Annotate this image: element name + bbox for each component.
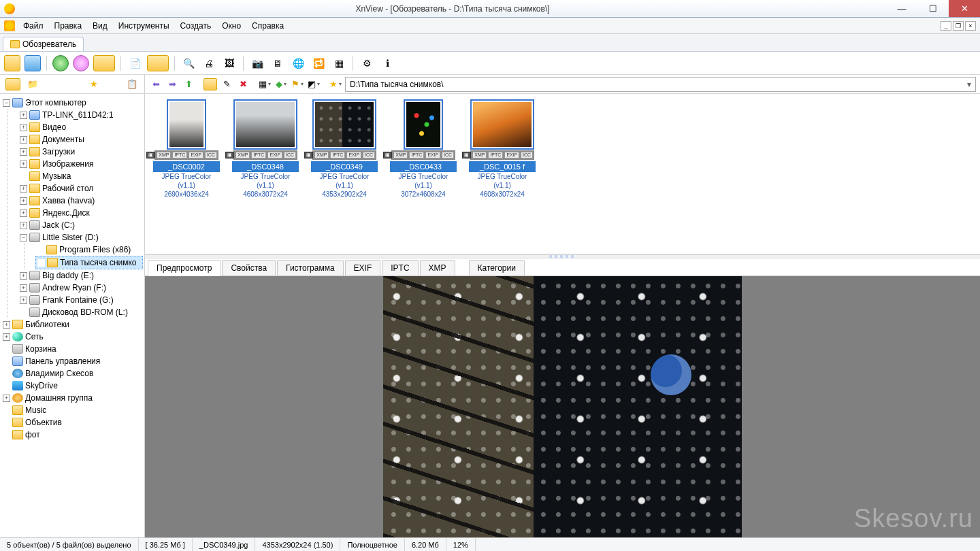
print-button[interactable]: 🖨 [201,55,217,71]
find-button[interactable]: 🔍 [180,55,197,71]
refresh-all-button[interactable] [73,55,89,71]
thumbnail[interactable]: ▣XMPIPTCEXIFICC_DSC0348JPEG TrueColor (v… [232,99,299,199]
tree-control-panel[interactable]: Панель управления [25,355,100,367]
thumbnail[interactable]: ▣XMPIPTCEXIFICC_DSC0349JPEG TrueColor (v… [311,99,378,199]
tree-item[interactable]: Program Files (x86) [59,244,131,256]
preview-tab[interactable]: Категории [469,260,525,276]
thumbnail-grid[interactable]: ▣XMPIPTCEXIFICC_DSC0002JPEG TrueColor (v… [145,94,980,254]
view-mode-button[interactable]: ▦ [258,78,272,91]
tree-drive-c[interactable]: Jack (C:) [42,219,75,231]
mdi-minimize[interactable]: _ [941,21,951,31]
rename-button[interactable]: ✎ [220,78,233,91]
status-zoom: 12% [446,538,476,551]
tree-bin[interactable]: Корзина [25,343,56,355]
slideshow-button[interactable]: 🖼 [221,55,238,71]
maximize-button[interactable]: ☐ [917,0,949,17]
tree-item[interactable]: Объектив [25,416,62,429]
thumbnail[interactable]: ▣XMPIPTCEXIFICC_DSC_0015 fJPEG TrueColor… [469,99,536,199]
window-title: XnView - [Обозреватель - D:\Типа тысяча … [19,4,886,14]
preview-tab[interactable]: Предпросмотр [148,260,220,276]
status-total: [ 36.25 Мб ] [139,538,193,551]
menu-edit[interactable]: Правка [49,19,88,33]
tab-label: Обозреватель [22,39,76,49]
thumbnail[interactable]: ▣XMPIPTCEXIFICC_DSC0002JPEG TrueColor (v… [153,99,220,199]
tree-item[interactable]: Видео [42,121,66,133]
convert-button[interactable]: 🔁 [310,55,327,71]
nav-forward-button[interactable]: ➡ [165,78,179,91]
web-button[interactable]: 🌐 [290,55,306,71]
tree-drive-d[interactable]: Little Sister (D:) [42,231,99,244]
secondary-toolbar: 📁 ★ 📋 ⬅ ➡ ⬆ ✎ ✖ ▦ ◆ ⚑ ◩ ★ D:\Типа тысяча… [0,75,980,94]
thumbnail[interactable]: ▣XMPIPTCEXIFICC_DSC0433JPEG TrueColor (v… [390,99,457,199]
tree-drive-g[interactable]: Frank Fontaine (G:) [42,294,114,306]
tree-drive-bd[interactable]: Дисковод BD-ROM (L:) [42,306,128,318]
nav-back-button[interactable]: ⬅ [149,78,163,91]
tree-item[interactable]: Документы [42,133,84,146]
tree-skydrive[interactable]: SkyDrive [25,380,58,392]
tree-libraries[interactable]: Библиотеки [25,318,69,331]
dropdown-icon[interactable]: ▾ [967,80,971,89]
favorites-button[interactable]: ★ [329,78,342,91]
tree-item-selected[interactable]: Типа тысяча снимко [60,256,137,269]
info-button[interactable]: ℹ [379,55,395,71]
layout-button[interactable]: ◩ [307,78,321,91]
paste-button[interactable] [147,55,169,71]
tree-item[interactable]: фот [25,429,40,441]
scan-button[interactable]: 🖥 [270,55,286,71]
grid-button[interactable]: ▦ [331,55,347,71]
categories-button[interactable]: 📋 [125,78,139,91]
main-area: −Этот компьютер +TP-LINK_611D42:1 +Видео… [0,94,980,537]
new-folder-button[interactable] [203,78,217,90]
menu-view[interactable]: Вид [87,19,113,33]
folder-icon [10,40,20,48]
status-color: Полноцветное [340,538,405,551]
capture-button[interactable]: 📷 [249,55,265,71]
refresh-button[interactable] [52,55,69,71]
fav-folders-icon[interactable]: 📁 [26,78,39,91]
tree-user[interactable]: Владимир Скесов [25,367,93,380]
tree-item[interactable]: Яндекс.Диск [42,207,90,219]
tree-root[interactable]: Этот компьютер [25,97,86,109]
path-input[interactable]: D:\Типа тысяча снимков\ ▾ [345,77,976,92]
tree-item[interactable]: Рабочий стол [42,182,93,195]
tree-item[interactable]: TP-LINK_611D42:1 [42,109,114,121]
preview-tab[interactable]: XMP [420,260,455,276]
settings-button[interactable]: ⚙ [359,55,375,71]
minimize-button[interactable]: — [886,0,917,17]
menu-create[interactable]: Создать [175,19,217,33]
menu-file[interactable]: Файл [18,19,49,33]
tree-network[interactable]: Сеть [25,331,44,343]
preview-tab[interactable]: IPTC [382,260,418,276]
menu-tools[interactable]: Инструменты [113,19,175,33]
tree-drive-f[interactable]: Andrew Ryan (F:) [42,282,106,294]
preview-tab[interactable]: EXIF [345,260,381,276]
fav-folder-button[interactable] [5,78,20,90]
mdi-close[interactable]: × [965,21,976,31]
sort-button[interactable]: ◆ [274,78,288,91]
tree-item[interactable]: Music [25,404,46,416]
copy-button[interactable]: 📄 [127,55,143,71]
tab-browser[interactable]: Обозреватель [3,37,84,51]
delete-button[interactable]: ✖ [236,78,250,91]
tree-drive-e[interactable]: Big daddy (E:) [42,269,94,282]
app-menu-icon [4,20,15,31]
tree-item[interactable]: Музыка [42,170,71,182]
filter-button[interactable]: ⚑ [291,78,304,91]
menu-window[interactable]: Окно [216,19,246,33]
favorite-add-button[interactable]: ★ [87,78,101,91]
nav-up-button[interactable]: ⬆ [182,78,195,91]
open-button[interactable] [4,55,20,71]
path-text: D:\Типа тысяча снимков\ [350,80,444,89]
save-button[interactable] [24,55,41,71]
tree-homegroup[interactable]: Домашняя группа [25,392,93,404]
close-button[interactable]: ✕ [949,0,980,17]
menu-help[interactable]: Справка [246,19,289,33]
folder-tree[interactable]: −Этот компьютер +TP-LINK_611D42:1 +Видео… [0,94,145,537]
tree-item[interactable]: Хавва (havva) [42,195,95,207]
browse-button[interactable] [93,55,115,71]
tree-item[interactable]: Загрузки [42,146,75,158]
tree-item[interactable]: Изображения [42,158,93,170]
preview-tab[interactable]: Свойства [222,260,276,276]
mdi-restore[interactable]: ❐ [953,21,964,31]
preview-tab[interactable]: Гистограмма [277,260,343,276]
